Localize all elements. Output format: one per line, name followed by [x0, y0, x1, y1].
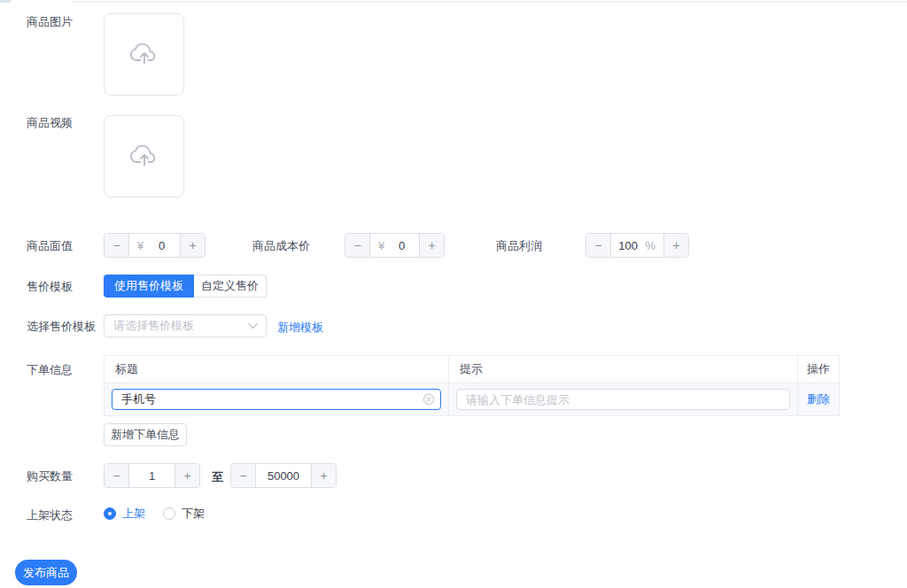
- add-order-info-button[interactable]: 新增下单信息: [104, 423, 187, 446]
- custom-price-button[interactable]: 自定义售价: [194, 275, 267, 298]
- publish-product-button[interactable]: 发布商品: [15, 560, 77, 585]
- currency-prefix: ¥: [378, 239, 384, 252]
- delete-row-link[interactable]: 删除: [807, 391, 830, 407]
- quantity-max-input[interactable]: 50000: [256, 469, 311, 483]
- template-select[interactable]: 请选择售价模板: [104, 314, 267, 337]
- price-template-switch: 使用售价模板 自定义售价: [104, 275, 267, 298]
- quantity-min-input[interactable]: 1: [129, 469, 174, 483]
- profit-label: 商品利润: [496, 239, 542, 253]
- product-image-label: 商品图片: [27, 15, 73, 29]
- column-header-hint: 提示: [449, 356, 798, 383]
- product-publish-form: 商品图片 商品视频 商品面值 − ¥ 0 + 商品成本价 − ¥: [0, 0, 907, 588]
- decrement-button[interactable]: −: [345, 234, 370, 257]
- percent-suffix: %: [645, 239, 655, 252]
- quantity-to-text: 至: [212, 469, 223, 485]
- top-divider: [73, 1, 907, 3]
- increment-button[interactable]: +: [174, 464, 199, 487]
- tab-indicator: [0, 0, 11, 3]
- price-template-label: 售价模板: [27, 280, 73, 294]
- status-label: 上架状态: [27, 508, 73, 522]
- add-template-link[interactable]: 新增模板: [277, 320, 323, 336]
- profit-input[interactable]: 100: [611, 239, 645, 252]
- column-header-title: 标题: [105, 356, 449, 383]
- status-radio-group: 上架 下架: [104, 506, 205, 522]
- face-value-input[interactable]: 0: [143, 239, 180, 252]
- order-title-input[interactable]: [112, 389, 441, 410]
- decrement-button[interactable]: −: [105, 464, 129, 487]
- cost-price-label: 商品成本价: [252, 239, 310, 253]
- select-template-label: 选择售价模板: [27, 320, 96, 334]
- product-image-upload[interactable]: [104, 13, 184, 96]
- increment-button[interactable]: +: [311, 464, 336, 487]
- increment-button[interactable]: +: [663, 234, 688, 257]
- cloud-upload-icon: [129, 143, 159, 170]
- table-header-row: 标题 提示 操作: [105, 356, 839, 383]
- increment-button[interactable]: +: [419, 234, 444, 257]
- use-template-button[interactable]: 使用售价模板: [104, 275, 194, 298]
- currency-prefix: ¥: [137, 239, 143, 252]
- decrement-button[interactable]: −: [105, 234, 129, 257]
- order-info-table: 标题 提示 操作 删除: [104, 355, 840, 416]
- cost-price-stepper: − ¥ 0 +: [345, 233, 445, 258]
- select-placeholder: 请选择售价模板: [113, 318, 248, 334]
- face-value-stepper: − ¥ 0 +: [104, 233, 205, 258]
- status-option-on[interactable]: 上架: [104, 506, 145, 522]
- status-on-label: 上架: [122, 506, 145, 522]
- product-video-upload[interactable]: [104, 115, 184, 197]
- increment-button[interactable]: +: [180, 234, 205, 257]
- order-info-label: 下单信息: [27, 363, 73, 377]
- table-row: 删除: [105, 383, 839, 415]
- profit-stepper: − 100 % +: [585, 233, 689, 258]
- cost-price-input[interactable]: 0: [384, 239, 419, 252]
- quantity-min-stepper: − 1 +: [104, 463, 200, 488]
- radio-selected-icon: [104, 507, 116, 520]
- status-option-off[interactable]: 下架: [163, 506, 205, 522]
- clear-input-icon[interactable]: [422, 393, 435, 406]
- face-value-label: 商品面值: [27, 239, 73, 253]
- quantity-label: 购买数量: [27, 469, 73, 484]
- decrement-button[interactable]: −: [586, 234, 611, 257]
- chevron-down-icon: [248, 323, 258, 329]
- column-header-action: 操作: [798, 356, 839, 383]
- radio-unselected-icon: [163, 507, 175, 520]
- cloud-upload-icon: [129, 42, 159, 68]
- status-off-label: 下架: [182, 506, 205, 522]
- order-hint-input[interactable]: [456, 389, 790, 410]
- decrement-button[interactable]: −: [231, 464, 256, 487]
- product-video-label: 商品视频: [27, 116, 73, 130]
- quantity-max-stepper: − 50000 +: [230, 463, 337, 488]
